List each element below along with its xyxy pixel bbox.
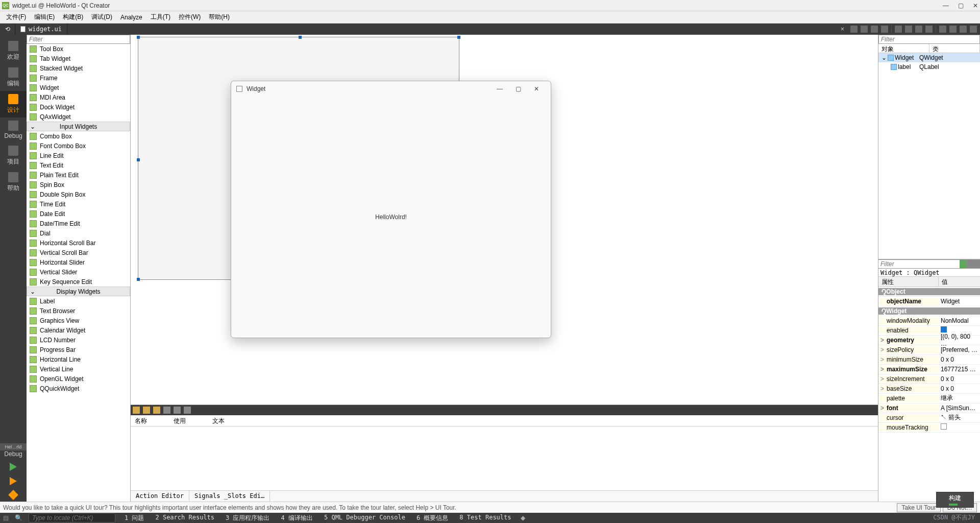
- prop-row[interactable]: >baseSize0 x 0: [878, 384, 980, 394]
- menu-item[interactable]: 编辑(E): [31, 12, 58, 22]
- widget-item[interactable]: Text Edit: [27, 160, 130, 170]
- widget-item[interactable]: Text Browser: [27, 306, 130, 316]
- mode-编辑[interactable]: 编辑: [0, 64, 27, 91]
- objtree-column[interactable]: 类: [929, 44, 981, 53]
- widget-item[interactable]: QQuickWidget: [27, 384, 130, 393]
- prop-row[interactable]: >sizePolicy[Preferred, …: [878, 345, 980, 355]
- widget-category[interactable]: ⌄Display Widgets: [27, 287, 130, 296]
- action-delete-icon[interactable]: [163, 407, 170, 414]
- toolbar-btn[interactable]: [949, 26, 957, 33]
- close-icon[interactable]: ✕: [973, 2, 978, 9]
- prop-row[interactable]: >geometry[(0, 0), 800 …: [878, 336, 980, 345]
- property-list[interactable]: ⌄ QObjectobjectNameWidget⌄ QWidgetwindow…: [878, 287, 980, 502]
- preview-close-icon[interactable]: ✕: [527, 85, 546, 92]
- widget-item[interactable]: Date Edit: [27, 209, 130, 219]
- menu-item[interactable]: 帮助(H): [206, 12, 233, 22]
- prop-value[interactable]: A [SimSun…: [939, 405, 980, 412]
- toolbar-btn[interactable]: [915, 26, 922, 33]
- output-pane-tab[interactable]: 2 Search Results: [152, 514, 217, 522]
- output-pane-tab[interactable]: 8 Test Results: [456, 514, 514, 522]
- toolbar-btn[interactable]: [861, 26, 868, 33]
- property-filter[interactable]: [878, 260, 960, 268]
- prop-row[interactable]: objectNameWidget: [878, 297, 980, 306]
- prop-row[interactable]: palette继承: [878, 394, 980, 403]
- prop-column[interactable]: 值: [939, 277, 951, 287]
- menu-item[interactable]: 文件(F): [3, 12, 29, 22]
- prop-category[interactable]: ⌄ QWidget: [878, 307, 980, 315]
- minimize-icon[interactable]: —: [943, 2, 949, 9]
- widget-item[interactable]: Tab Widget: [27, 54, 130, 63]
- objtree-row[interactable]: ⌄WidgetQWidget: [878, 53, 980, 62]
- output-pane-tab[interactable]: 1 问题: [121, 514, 147, 522]
- resize-handle[interactable]: [457, 36, 460, 39]
- action-tab[interactable]: Signals _Slots Edi…: [189, 491, 270, 502]
- widgetbox-filter[interactable]: [27, 35, 130, 44]
- widget-item[interactable]: Label: [27, 296, 130, 306]
- preview-titlebar[interactable]: Widget — ▢ ✕: [231, 81, 551, 97]
- file-tab[interactable]: widget.ui: [15, 23, 67, 35]
- prop-value[interactable]: 继承: [939, 394, 980, 402]
- prop-row[interactable]: >sizeIncrement0 x 0: [878, 374, 980, 384]
- widget-item[interactable]: Calendar Widget: [27, 325, 130, 335]
- prop-row[interactable]: >maximumSize16777215 …: [878, 365, 980, 374]
- menu-item[interactable]: 构建(B): [60, 12, 86, 22]
- menu-item[interactable]: Analyze: [117, 13, 145, 22]
- prop-row[interactable]: >fontA [SimSun…: [878, 403, 980, 413]
- toolbar-btn[interactable]: [939, 26, 946, 33]
- widgetbox-list[interactable]: Tool BoxTab WidgetStacked WidgetFrameWid…: [27, 44, 130, 502]
- toolbar-btn[interactable]: [925, 26, 933, 33]
- checkbox-icon[interactable]: [941, 423, 947, 430]
- tab-history[interactable]: ⟲: [0, 23, 15, 35]
- mode-Debug[interactable]: Debug: [0, 117, 27, 142]
- action-list[interactable]: [131, 426, 878, 490]
- prop-minus-icon[interactable]: [966, 260, 973, 268]
- prop-column[interactable]: 属性: [878, 277, 939, 287]
- prop-category[interactable]: ⌄ QObject: [878, 288, 980, 295]
- widget-item[interactable]: Progress Bar: [27, 345, 130, 354]
- widget-item[interactable]: LCD Number: [27, 335, 130, 345]
- widget-item[interactable]: Spin Box: [27, 180, 130, 189]
- resize-handle[interactable]: [137, 158, 140, 161]
- widget-category[interactable]: ⌄Input Widgets: [27, 122, 130, 131]
- widget-item[interactable]: Plain Text Edit: [27, 170, 130, 180]
- prop-row[interactable]: cursor↖ 箭头: [878, 413, 980, 423]
- mode-欢迎[interactable]: 欢迎: [0, 38, 27, 64]
- objtree-column[interactable]: 对象: [878, 44, 929, 53]
- maximize-icon[interactable]: ▢: [958, 2, 964, 9]
- prop-value[interactable]: 0 x 0: [939, 385, 980, 392]
- widget-item[interactable]: Double Spin Box: [27, 189, 130, 199]
- tab-close-icon[interactable]: ×: [841, 26, 844, 33]
- widget-item[interactable]: Vertical Scroll Bar: [27, 248, 130, 257]
- menu-item[interactable]: 调试(D): [88, 12, 115, 22]
- mode-项目[interactable]: 项目: [0, 142, 27, 169]
- action-new-icon[interactable]: [133, 407, 140, 414]
- prop-value[interactable]: Widget: [939, 298, 980, 305]
- checkbox-checked-icon[interactable]: [941, 326, 947, 332]
- output-pane-tab[interactable]: 4 编译输出: [278, 514, 316, 522]
- action-column[interactable]: 使用: [169, 415, 208, 426]
- widget-item[interactable]: QAxWidget: [27, 112, 130, 122]
- objtree-filter[interactable]: [878, 35, 980, 44]
- prop-row[interactable]: mouseTracking: [878, 423, 980, 433]
- resize-handle[interactable]: [299, 36, 302, 39]
- action-column[interactable]: 文本: [208, 415, 247, 426]
- widget-item[interactable]: MDI Area: [27, 92, 130, 102]
- widget-item[interactable]: Widget: [27, 83, 130, 92]
- prop-row[interactable]: windowModalityNonModal: [878, 316, 980, 326]
- run-debug-button[interactable]: [10, 477, 17, 485]
- action-edit-icon[interactable]: [153, 407, 160, 414]
- status-more-icon[interactable]: ◆: [521, 514, 525, 521]
- output-pane-tab[interactable]: 6 概要信息: [413, 514, 451, 522]
- widget-item[interactable]: Font Combo Box: [27, 141, 130, 151]
- widget-item[interactable]: Tool Box: [27, 44, 130, 54]
- locator-input[interactable]: [29, 513, 115, 522]
- widget-item[interactable]: Combo Box: [27, 131, 130, 141]
- object-inspector[interactable]: 对象类 ⌄WidgetQWidgetlabelQLabel: [878, 44, 980, 259]
- prop-value[interactable]: [939, 423, 980, 431]
- kit-selector[interactable]: Hel…rldDebug: [0, 441, 27, 460]
- widget-item[interactable]: Vertical Line: [27, 364, 130, 374]
- preview-window[interactable]: Widget — ▢ ✕ HelloWolrd!: [231, 81, 551, 338]
- widget-item[interactable]: Dial: [27, 228, 130, 238]
- prop-menu-icon[interactable]: [973, 260, 980, 268]
- action-tool-icon[interactable]: [174, 407, 181, 414]
